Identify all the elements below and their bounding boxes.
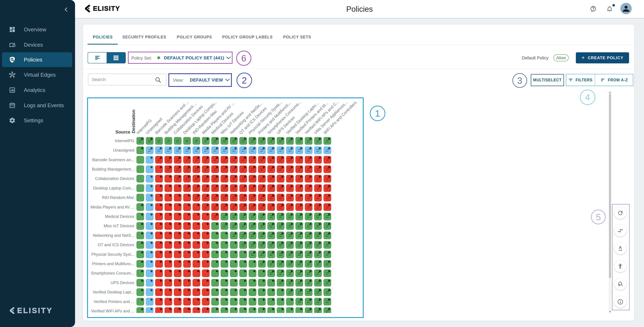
svg-text:A: A <box>619 245 622 250</box>
